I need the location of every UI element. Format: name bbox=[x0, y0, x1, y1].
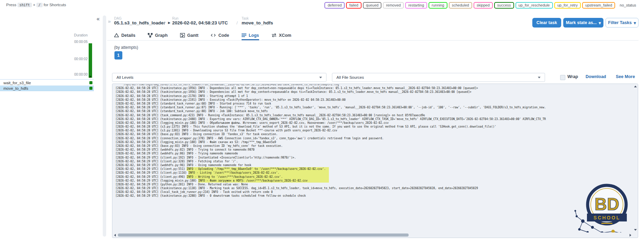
log-line: [2026-02-02, 04:58:28 UTC] {taskinstance… bbox=[115, 90, 632, 94]
log-line: [2026-02-02, 04:58:28 UTC] {task_command… bbox=[115, 113, 632, 117]
tab-gantt[interactable]: Gantt bbox=[180, 30, 199, 40]
log-line: [2026-02-02, 04:58:28 UTC] {s3.py:1375} … bbox=[115, 125, 632, 129]
task-status-square[interactable] bbox=[89, 87, 92, 90]
download-link[interactable]: Download bbox=[586, 74, 606, 79]
chevrons-right-icon: » bbox=[108, 18, 111, 24]
log-line: [2026-02-02, 04:58:28 UTC] {standard_tas… bbox=[115, 109, 632, 113]
file-source-select[interactable]: All File Sources bbox=[332, 73, 545, 82]
legend-badge-failed[interactable]: failed bbox=[346, 2, 361, 9]
breadcrumb-dag-value[interactable]: 05.1.s3_to_hdfs_loader bbox=[114, 20, 165, 25]
attempt-1-button[interactable]: 1 bbox=[114, 51, 122, 59]
breadcrumb-run-value[interactable]: 2026-02-02, 04:58:23 UTC bbox=[172, 20, 228, 25]
log-line: [2026-02-02, 04:58:28 UTC] {standard_tas… bbox=[115, 106, 632, 109]
tab-label: Graph bbox=[155, 33, 168, 38]
log-level-select[interactable]: All Levels bbox=[112, 73, 326, 82]
vertical-scrollbar[interactable] bbox=[633, 84, 638, 232]
log-line: [2026-02-02, 04:58:28 UTC] {taskinstance… bbox=[115, 98, 632, 102]
legend-badge-scheduled[interactable]: scheduled bbox=[449, 2, 472, 9]
filter-tasks-button[interactable]: Filter Tasks ▾ bbox=[606, 18, 639, 28]
tab-details[interactable]: Details bbox=[114, 30, 135, 40]
legend-badge-skipped[interactable]: skipped bbox=[474, 2, 493, 9]
legend-badge-up_for_retry[interactable]: up_for_retry bbox=[554, 2, 581, 9]
legend-badge-deferred[interactable]: deferred bbox=[324, 2, 345, 9]
log-line: [2026-02-02, 04:58:29 UTC] {logging_mixi… bbox=[115, 140, 632, 144]
tab-graph[interactable]: Graph bbox=[148, 30, 168, 40]
tab-logs[interactable]: Logs bbox=[242, 30, 259, 40]
gantt-icon bbox=[180, 33, 185, 37]
log-line: [2026-02-02, 04:58:28 UTC] {connection_w… bbox=[115, 137, 632, 140]
horizontal-scrollbar[interactable] bbox=[112, 232, 633, 238]
task-row-move_to_hdfs[interactable]: move_to_hdfs bbox=[0, 86, 94, 91]
log-line: [2026-02-02, 04:58:29 UTC] {webhdfs.py:8… bbox=[115, 148, 632, 152]
wrap-checkbox[interactable] bbox=[560, 75, 565, 80]
mark-state-as-button[interactable]: Mark state as... ▾ bbox=[563, 18, 603, 28]
mark-state-label: Mark state as... bbox=[566, 20, 597, 25]
panel-resizer[interactable] bbox=[103, 15, 106, 237]
collapse-sidebar-icon[interactable]: « bbox=[97, 16, 100, 22]
log-line: [2026-02-02, 04:58:28 UTC] {taskinstance… bbox=[115, 86, 632, 90]
breadcrumb-task-label: Task bbox=[242, 17, 249, 20]
legend-badge-up_for_reschedule[interactable]: up_for_reschedule bbox=[515, 2, 553, 9]
log-level-value: All Levels bbox=[116, 75, 133, 79]
duration-tick: 00:00:02 bbox=[0, 57, 88, 61]
legend-badge-running[interactable]: running bbox=[429, 2, 447, 9]
breadcrumb-dag-label: DAG bbox=[114, 17, 122, 20]
task-status-square[interactable] bbox=[89, 81, 92, 84]
log-line: [2026-02-02, 04:58:28 UTC] {taskinstance… bbox=[115, 117, 632, 121]
log-line: [2026-02-02, 04:58:28 UTC] {logging_mixi… bbox=[115, 121, 632, 125]
logo-bd-text: BD bbox=[595, 195, 619, 214]
scrollbar-thumb[interactable] bbox=[118, 233, 409, 237]
duration-tick: 00:00:05 bbox=[0, 40, 88, 44]
log-content: /opt/airflow/logs/dag_id=05.1.s3_to_hdfs… bbox=[115, 84, 632, 232]
grid-separator bbox=[0, 79, 94, 80]
highlighted-log-text: INFO - Writing to '/user/***/backup/user… bbox=[187, 175, 329, 179]
breadcrumb-task-value[interactable]: move_to_hdfs bbox=[242, 20, 273, 25]
log-line: [2026-02-02, 04:58:29 UTC] {taskinstance… bbox=[115, 186, 632, 190]
shortcuts-suffix: for Shortcuts bbox=[44, 3, 66, 7]
logo-school-text: SCHOOL bbox=[593, 215, 620, 220]
see-more-link[interactable]: See More bbox=[616, 74, 635, 79]
xcom-icon bbox=[271, 33, 277, 37]
highlighted-log-text: INFO - Uploading '/tmp/***_tmp_66wen5a9'… bbox=[187, 167, 329, 171]
scroll-right-icon[interactable] bbox=[630, 234, 631, 237]
shortcuts-text: Press bbox=[6, 3, 16, 7]
task-row-wait_for_s3_file[interactable]: wait_for_s3_file bbox=[0, 80, 94, 86]
highlighted-log-text: INFO - Listing '/user/***/backup/users_2… bbox=[188, 171, 329, 175]
log-line: [2026-02-02, 04:58:29 UTC] {webhdfs.py:9… bbox=[115, 163, 632, 167]
clear-task-label: Clear task bbox=[536, 20, 557, 25]
clear-task-button[interactable]: Clear task bbox=[532, 18, 561, 28]
scroll-up-icon[interactable] bbox=[634, 86, 637, 87]
tab-label: Code bbox=[218, 33, 229, 38]
duration-tick: 00:00:00 bbox=[0, 73, 88, 76]
log-line: [2026-02-02, 04:58:29 UTC] {client.py:19… bbox=[115, 156, 632, 160]
tab-label: Gantt bbox=[187, 33, 199, 38]
run-duration-bar[interactable] bbox=[89, 43, 92, 78]
slash-key: / bbox=[36, 3, 43, 7]
shift-key: shift bbox=[18, 3, 32, 7]
play-icon: ▶ bbox=[168, 21, 170, 24]
by-attempts-label: (by attempts) bbox=[114, 45, 138, 50]
breadcrumb-run-label: Run bbox=[172, 17, 178, 20]
run-marker-icon bbox=[90, 75, 91, 78]
log-line: [2026-02-02, 04:58:28 UTC] {taskinstance… bbox=[115, 94, 632, 98]
file-source-value: All File Sources bbox=[336, 75, 364, 79]
log-line: [2026-02-02, 04:58:28 UTC] {base.py:83} … bbox=[115, 132, 632, 136]
airflow-task-instance-page: Press shift + / for Shortcuts deferredfa… bbox=[0, 0, 644, 250]
tab-bar: DetailsGraphGanttCodeLogsXCom bbox=[107, 30, 639, 41]
log-line: [2026-02-02, 04:58:29 UTC] {client.py:11… bbox=[115, 171, 632, 175]
legend-badge-removed[interactable]: removed bbox=[383, 2, 404, 9]
log-line: [2026-02-02, 04:58:29 UTC] {client.py:55… bbox=[115, 167, 632, 171]
tab-xcom[interactable]: XCom bbox=[271, 30, 291, 40]
scroll-left-icon[interactable] bbox=[114, 234, 116, 237]
legend-badge-restarting[interactable]: restarting bbox=[405, 2, 427, 9]
scroll-down-icon[interactable] bbox=[634, 229, 637, 231]
bd-school-logo: BD SCHOOL bbox=[573, 182, 631, 234]
legend-badge-queued[interactable]: queued bbox=[363, 2, 382, 9]
highlighted-log-text: INFO - Файл загружен в HDFS: /user/***/b… bbox=[198, 179, 329, 183]
legend-badge-no_status[interactable]: no_status bbox=[617, 2, 639, 9]
tab-code[interactable]: Code bbox=[211, 30, 229, 40]
legend-badge-upstream_failed[interactable]: upstream_failed bbox=[582, 2, 615, 9]
log-line: [2026-02-02, 04:58:29 UTC] {client.py:49… bbox=[115, 175, 632, 179]
wrap-label[interactable]: Wrap bbox=[567, 74, 578, 79]
legend-badge-success[interactable]: success bbox=[494, 2, 514, 9]
